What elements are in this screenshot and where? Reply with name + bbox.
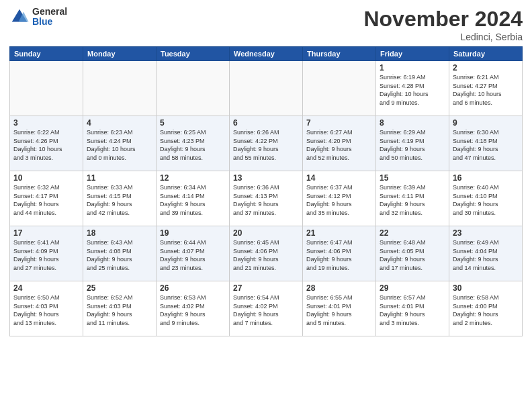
calendar-header-row: SundayMondayTuesdayWednesdayThursdayFrid… xyxy=(10,47,523,61)
calendar-cell xyxy=(10,61,83,116)
day-info: Sunrise: 6:19 AM Sunset: 4:28 PM Dayligh… xyxy=(380,73,445,107)
calendar-cell: 1Sunrise: 6:19 AM Sunset: 4:28 PM Daylig… xyxy=(376,61,449,116)
day-number: 19 xyxy=(160,228,226,238)
calendar-cell: 13Sunrise: 6:36 AM Sunset: 4:13 PM Dayli… xyxy=(230,171,303,226)
calendar-row: 1Sunrise: 6:19 AM Sunset: 4:28 PM Daylig… xyxy=(10,61,523,116)
weekday-header: Sunday xyxy=(10,47,83,61)
day-info: Sunrise: 6:37 AM Sunset: 4:12 PM Dayligh… xyxy=(306,183,372,217)
day-number: 18 xyxy=(87,228,152,238)
location: Ledinci, Serbia xyxy=(363,32,523,42)
weekday-header: Tuesday xyxy=(157,47,230,61)
calendar-row: 17Sunrise: 6:41 AM Sunset: 4:09 PM Dayli… xyxy=(10,226,523,281)
day-number: 27 xyxy=(233,283,299,293)
day-number: 4 xyxy=(87,118,152,128)
logo-blue: Blue xyxy=(32,17,67,27)
calendar-cell: 27Sunrise: 6:54 AM Sunset: 4:02 PM Dayli… xyxy=(230,281,303,336)
calendar-cell xyxy=(83,61,157,116)
day-info: Sunrise: 6:27 AM Sunset: 4:20 PM Dayligh… xyxy=(306,128,372,162)
day-number: 14 xyxy=(306,173,372,183)
day-info: Sunrise: 6:52 AM Sunset: 4:03 PM Dayligh… xyxy=(87,293,152,327)
day-info: Sunrise: 6:39 AM Sunset: 4:11 PM Dayligh… xyxy=(380,183,445,217)
day-info: Sunrise: 6:41 AM Sunset: 4:09 PM Dayligh… xyxy=(13,238,79,272)
day-number: 6 xyxy=(233,118,299,128)
day-number: 15 xyxy=(380,173,445,183)
header: General Blue November 2024 Ledinci, Serb… xyxy=(9,7,523,42)
day-number: 30 xyxy=(453,283,519,293)
day-number: 3 xyxy=(13,118,79,128)
calendar-table: SundayMondayTuesdayWednesdayThursdayFrid… xyxy=(9,46,523,336)
day-info: Sunrise: 6:40 AM Sunset: 4:10 PM Dayligh… xyxy=(453,183,519,217)
calendar-cell: 14Sunrise: 6:37 AM Sunset: 4:12 PM Dayli… xyxy=(303,171,376,226)
weekday-header: Thursday xyxy=(303,47,376,61)
day-number: 16 xyxy=(453,173,519,183)
logo: General Blue xyxy=(9,7,67,28)
day-info: Sunrise: 6:58 AM Sunset: 4:00 PM Dayligh… xyxy=(453,293,519,327)
calendar-cell: 3Sunrise: 6:22 AM Sunset: 4:26 PM Daylig… xyxy=(10,116,83,171)
day-number: 10 xyxy=(13,173,79,183)
calendar-cell: 22Sunrise: 6:48 AM Sunset: 4:05 PM Dayli… xyxy=(376,226,449,281)
day-number: 5 xyxy=(160,118,226,128)
day-info: Sunrise: 6:45 AM Sunset: 4:06 PM Dayligh… xyxy=(233,238,299,272)
logo-general: General xyxy=(32,7,67,17)
calendar-cell: 29Sunrise: 6:57 AM Sunset: 4:01 PM Dayli… xyxy=(376,281,449,336)
day-info: Sunrise: 6:29 AM Sunset: 4:19 PM Dayligh… xyxy=(380,128,445,162)
day-info: Sunrise: 6:25 AM Sunset: 4:23 PM Dayligh… xyxy=(160,128,226,162)
weekday-header: Friday xyxy=(376,47,449,61)
day-info: Sunrise: 6:55 AM Sunset: 4:01 PM Dayligh… xyxy=(306,293,372,327)
day-info: Sunrise: 6:50 AM Sunset: 4:03 PM Dayligh… xyxy=(13,293,79,327)
day-info: Sunrise: 6:43 AM Sunset: 4:08 PM Dayligh… xyxy=(87,238,152,272)
day-number: 22 xyxy=(380,228,445,238)
calendar-container: General Blue November 2024 Ledinci, Serb… xyxy=(0,0,532,411)
day-number: 8 xyxy=(380,118,445,128)
logo-text: General Blue xyxy=(32,7,67,28)
day-info: Sunrise: 6:23 AM Sunset: 4:24 PM Dayligh… xyxy=(87,128,152,162)
day-info: Sunrise: 6:22 AM Sunset: 4:26 PM Dayligh… xyxy=(13,128,79,162)
calendar-cell: 25Sunrise: 6:52 AM Sunset: 4:03 PM Dayli… xyxy=(83,281,157,336)
day-info: Sunrise: 6:44 AM Sunset: 4:07 PM Dayligh… xyxy=(160,238,226,272)
calendar-cell: 16Sunrise: 6:40 AM Sunset: 4:10 PM Dayli… xyxy=(449,171,523,226)
calendar-cell: 20Sunrise: 6:45 AM Sunset: 4:06 PM Dayli… xyxy=(230,226,303,281)
weekday-header: Monday xyxy=(83,47,157,61)
calendar-cell: 19Sunrise: 6:44 AM Sunset: 4:07 PM Dayli… xyxy=(157,226,230,281)
day-number: 24 xyxy=(13,283,79,293)
day-info: Sunrise: 6:26 AM Sunset: 4:22 PM Dayligh… xyxy=(233,128,299,162)
calendar-cell: 17Sunrise: 6:41 AM Sunset: 4:09 PM Dayli… xyxy=(10,226,83,281)
day-info: Sunrise: 6:33 AM Sunset: 4:15 PM Dayligh… xyxy=(87,183,152,217)
day-info: Sunrise: 6:21 AM Sunset: 4:27 PM Dayligh… xyxy=(453,73,519,107)
calendar-cell: 8Sunrise: 6:29 AM Sunset: 4:19 PM Daylig… xyxy=(376,116,449,171)
day-number: 26 xyxy=(160,283,226,293)
day-number: 13 xyxy=(233,173,299,183)
day-info: Sunrise: 6:36 AM Sunset: 4:13 PM Dayligh… xyxy=(233,183,299,217)
calendar-cell xyxy=(230,61,303,116)
day-number: 1 xyxy=(380,63,445,73)
day-info: Sunrise: 6:49 AM Sunset: 4:04 PM Dayligh… xyxy=(453,238,519,272)
day-number: 2 xyxy=(453,63,519,73)
calendar-cell xyxy=(303,61,376,116)
day-number: 29 xyxy=(380,283,445,293)
day-number: 21 xyxy=(306,228,372,238)
weekday-header: Wednesday xyxy=(230,47,303,61)
calendar-cell xyxy=(157,61,230,116)
day-info: Sunrise: 6:32 AM Sunset: 4:17 PM Dayligh… xyxy=(13,183,79,217)
calendar-cell: 18Sunrise: 6:43 AM Sunset: 4:08 PM Dayli… xyxy=(83,226,157,281)
calendar-row: 3Sunrise: 6:22 AM Sunset: 4:26 PM Daylig… xyxy=(10,116,523,171)
calendar-cell: 24Sunrise: 6:50 AM Sunset: 4:03 PM Dayli… xyxy=(10,281,83,336)
day-info: Sunrise: 6:48 AM Sunset: 4:05 PM Dayligh… xyxy=(380,238,445,272)
calendar-cell: 10Sunrise: 6:32 AM Sunset: 4:17 PM Dayli… xyxy=(10,171,83,226)
month-title: November 2024 xyxy=(363,7,523,32)
calendar-cell: 4Sunrise: 6:23 AM Sunset: 4:24 PM Daylig… xyxy=(83,116,157,171)
day-info: Sunrise: 6:30 AM Sunset: 4:18 PM Dayligh… xyxy=(453,128,519,162)
logo-icon xyxy=(9,7,30,27)
day-number: 28 xyxy=(306,283,372,293)
day-number: 12 xyxy=(160,173,226,183)
calendar-row: 24Sunrise: 6:50 AM Sunset: 4:03 PM Dayli… xyxy=(10,281,523,336)
day-info: Sunrise: 6:53 AM Sunset: 4:02 PM Dayligh… xyxy=(160,293,226,327)
calendar-cell: 26Sunrise: 6:53 AM Sunset: 4:02 PM Dayli… xyxy=(157,281,230,336)
day-number: 20 xyxy=(233,228,299,238)
day-number: 23 xyxy=(453,228,519,238)
calendar-cell: 11Sunrise: 6:33 AM Sunset: 4:15 PM Dayli… xyxy=(83,171,157,226)
day-info: Sunrise: 6:47 AM Sunset: 4:06 PM Dayligh… xyxy=(306,238,372,272)
calendar-cell: 12Sunrise: 6:34 AM Sunset: 4:14 PM Dayli… xyxy=(157,171,230,226)
calendar-cell: 6Sunrise: 6:26 AM Sunset: 4:22 PM Daylig… xyxy=(230,116,303,171)
weekday-header: Saturday xyxy=(449,47,523,61)
